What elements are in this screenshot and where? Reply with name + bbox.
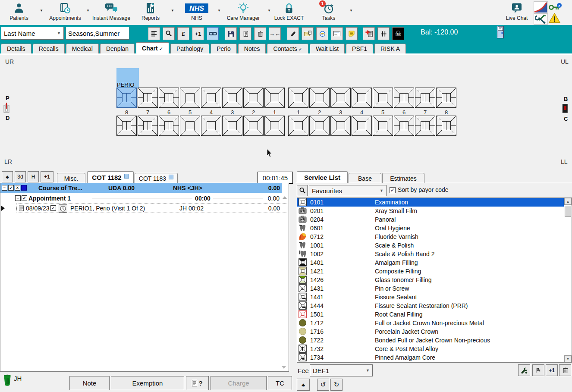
- tab-perio[interactable]: Perio: [211, 44, 237, 54]
- note-button[interactable]: Note: [69, 376, 110, 390]
- tab-misc[interactable]: Misc.: [57, 173, 85, 183]
- tooth-lower-5[interactable]: [180, 116, 200, 136]
- chevron-down-icon[interactable]: ▼: [217, 9, 221, 13]
- service-row-1421[interactable]: 1421Composite Filling: [297, 267, 564, 276]
- sort-by-payor-checkbox[interactable]: ✓: [390, 187, 396, 193]
- toolbar-item-tasks[interactable]: 1Tasks: [317, 1, 341, 21]
- service-category-dropdown[interactable]: Favourites ▼: [309, 185, 387, 196]
- service-row-1501[interactable]: 1501Root Canal Filling: [297, 310, 564, 319]
- appointment-row[interactable]: − ✓ Appointment 1 00:00 0.00: [0, 194, 282, 203]
- toolbar-item-lock-exact[interactable]: Lock EXACT: [273, 1, 305, 21]
- medical-history-button[interactable]: [363, 27, 375, 40]
- tab-estimates[interactable]: Estimates: [382, 173, 424, 183]
- search-button[interactable]: [163, 27, 175, 40]
- service-row-1712[interactable]: 1712Full or Jacket Crown Non-precious Me…: [297, 319, 564, 327]
- service-row-1002[interactable]: 1002Scale & Polish Band 2: [297, 250, 564, 258]
- tab-details[interactable]: Details: [1, 44, 31, 54]
- tab-denplan[interactable]: Denplan: [100, 44, 135, 54]
- rotate-right-button[interactable]: ↻: [330, 379, 343, 391]
- tooth-upper-6[interactable]: [159, 88, 179, 108]
- toolbar-item-patients[interactable]: Patients: [6, 1, 32, 21]
- scrollbar-up-button[interactable]: ▲: [564, 198, 572, 205]
- tab-notes[interactable]: Notes: [238, 44, 266, 54]
- web-e-button[interactable]: e: [316, 27, 328, 40]
- toolbar-item-care-manager[interactable]: Care Manager: [226, 1, 261, 21]
- service-row-1001[interactable]: 1001Scale & Polish: [297, 241, 564, 250]
- print-report-button[interactable]: [239, 27, 251, 40]
- tooth-upper-8[interactable]: [116, 88, 137, 108]
- scrollbar-down-button[interactable]: ▼: [564, 355, 572, 362]
- tab-contacts[interactable]: Contacts✓: [267, 44, 308, 54]
- plus-one-button[interactable]: +1: [41, 171, 53, 182]
- chevron-down-icon[interactable]: ▼: [171, 9, 174, 13]
- tab-cot-1183[interactable]: COT 1183: [135, 173, 178, 183]
- tooth-lower-4[interactable]: [352, 116, 372, 136]
- tooth-lower-2[interactable]: [309, 116, 330, 136]
- cot-colour-box[interactable]: [21, 185, 27, 191]
- service-row-1401[interactable]: 1401Amalgam Filling: [297, 258, 564, 267]
- rotate-left-button[interactable]: ↺: [317, 379, 329, 391]
- tab-risk-a[interactable]: RISK A: [374, 44, 406, 54]
- tooth-lower-3[interactable]: [222, 116, 242, 136]
- tc-button[interactable]: TC: [268, 376, 292, 390]
- clock-button[interactable]: [59, 204, 67, 213]
- tab-recalls[interactable]: Recalls: [33, 44, 65, 54]
- tooth-upper-5[interactable]: [180, 88, 200, 108]
- tooth-upper-7[interactable]: [138, 88, 158, 108]
- toolbar-item-live-chat[interactable]: Live Chat: [502, 1, 531, 21]
- exemption-button[interactable]: Exemption: [111, 376, 184, 390]
- link-button[interactable]: [207, 27, 219, 40]
- tab-cot-1182[interactable]: COT 1182: [87, 171, 134, 183]
- cross-box[interactable]: ×: [15, 185, 20, 191]
- tooth-lower-6[interactable]: [394, 116, 414, 136]
- search-field-selector[interactable]: Last Name ▼: [1, 27, 64, 40]
- tab-psf1[interactable]: PSF1: [346, 44, 373, 54]
- tooth-lower-3[interactable]: [330, 116, 351, 136]
- delete-service-button[interactable]: [559, 364, 571, 376]
- tooth-upper-8[interactable]: [436, 88, 456, 108]
- deceased-button[interactable]: ☠: [392, 27, 404, 40]
- service-row-0101[interactable]: 0101Examination: [297, 198, 564, 207]
- save-button[interactable]: [225, 27, 237, 40]
- probe-marker-right-icon[interactable]: [562, 103, 568, 114]
- perio-probe-button[interactable]: [532, 364, 544, 376]
- tooth-upper-3[interactable]: [222, 88, 242, 108]
- service-row-1444[interactable]: 1444Fissure Sealant Restoration (PRR): [297, 301, 564, 310]
- service-row-1734[interactable]: 1734Pinned Amalgam Core: [297, 353, 564, 362]
- tab-base[interactable]: Base: [349, 173, 381, 183]
- tooth-upper-2[interactable]: [243, 88, 264, 108]
- tooth-upper-1[interactable]: [288, 88, 308, 108]
- tooth-lower-8[interactable]: [116, 116, 137, 136]
- tooth-upper-2[interactable]: [309, 88, 330, 108]
- toolbar-item-reports[interactable]: Reports: [136, 1, 165, 21]
- tooth-upper-5[interactable]: [373, 88, 393, 108]
- collapse-box[interactable]: −: [2, 185, 7, 191]
- tooth-upper-4[interactable]: [352, 88, 372, 108]
- toolbar-item-nhs[interactable]: NHSNHS: [184, 1, 210, 21]
- tooth-upper-3[interactable]: [330, 88, 351, 108]
- service-row-1441[interactable]: 1441Fissure Sealant: [297, 293, 564, 301]
- delete-button[interactable]: [254, 27, 266, 40]
- tooth-lower-7[interactable]: [415, 116, 435, 136]
- estimate-query-button[interactable]: ?: [186, 376, 209, 390]
- tab-chart[interactable]: Chart✓: [136, 42, 169, 54]
- occlusal-button[interactable]: ♠: [2, 171, 13, 182]
- service-row-0204[interactable]: 0204Panoral: [297, 215, 564, 224]
- tooth-lower-4[interactable]: [201, 116, 221, 136]
- collapse-box[interactable]: −: [15, 195, 21, 201]
- merge-button[interactable]: →←: [269, 27, 281, 40]
- tooth-lower-7[interactable]: [138, 116, 158, 136]
- sticky-note-button[interactable]: [346, 27, 358, 40]
- service-row-0712[interactable]: 0712Fluoride Varnish: [297, 232, 564, 241]
- perio-highlight[interactable]: PERIO: [116, 68, 139, 88]
- tooth-upper-6[interactable]: [394, 88, 414, 108]
- service-row-1426[interactable]: 1426Glass Ionomer Filling: [297, 276, 564, 284]
- tooth-upper-4[interactable]: [201, 88, 221, 108]
- tooth-lower-6[interactable]: [159, 116, 179, 136]
- tooth-upper-7[interactable]: [415, 88, 435, 108]
- tooth-lower-8[interactable]: [436, 116, 456, 136]
- perio-chart-button[interactable]: [377, 27, 390, 40]
- plus-one-button[interactable]: +1: [546, 364, 558, 376]
- pen-button[interactable]: [287, 27, 299, 40]
- chevron-down-icon[interactable]: ▼: [349, 9, 353, 13]
